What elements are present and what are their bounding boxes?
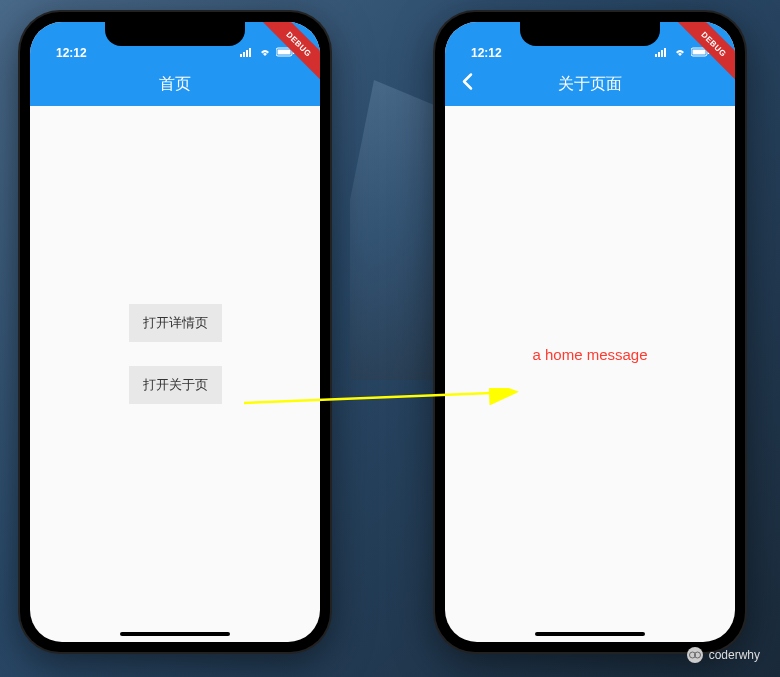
phone-home: DEBUG 12:12 首页 打开详情页 打开关于页 bbox=[20, 12, 330, 652]
page-title: 首页 bbox=[159, 74, 191, 95]
svg-rect-1 bbox=[243, 52, 245, 57]
svg-rect-10 bbox=[664, 48, 666, 57]
home-indicator[interactable] bbox=[535, 632, 645, 636]
status-time: 12:12 bbox=[56, 46, 87, 60]
home-indicator[interactable] bbox=[120, 632, 230, 636]
svg-rect-0 bbox=[240, 54, 242, 57]
wifi-icon bbox=[258, 46, 272, 60]
svg-rect-12 bbox=[693, 50, 706, 55]
signal-icon bbox=[655, 46, 669, 60]
status-time: 12:12 bbox=[471, 46, 502, 60]
notch bbox=[520, 22, 660, 46]
svg-rect-8 bbox=[658, 52, 660, 57]
phone-about: DEBUG 12:12 关于页面 a home message bbox=[435, 12, 745, 652]
notch bbox=[105, 22, 245, 46]
chevron-left-icon bbox=[461, 73, 473, 91]
svg-rect-3 bbox=[249, 48, 251, 57]
open-about-button[interactable]: 打开关于页 bbox=[129, 366, 222, 404]
status-icons bbox=[655, 46, 711, 60]
app-bar-about: 关于页面 bbox=[445, 62, 735, 106]
page-title: 关于页面 bbox=[558, 74, 622, 95]
app-bar-home: 首页 bbox=[30, 62, 320, 106]
home-content: 打开详情页 打开关于页 bbox=[30, 106, 320, 642]
wifi-icon bbox=[673, 46, 687, 60]
screen-home: DEBUG 12:12 首页 打开详情页 打开关于页 bbox=[30, 22, 320, 642]
message-text: a home message bbox=[532, 346, 647, 363]
svg-rect-2 bbox=[246, 50, 248, 57]
back-button[interactable] bbox=[453, 69, 481, 100]
watermark-author: coderwhy bbox=[709, 648, 760, 662]
svg-rect-9 bbox=[661, 50, 663, 57]
open-detail-button[interactable]: 打开详情页 bbox=[129, 304, 222, 342]
watermark: coderwhy bbox=[687, 647, 760, 663]
screen-about: DEBUG 12:12 关于页面 a home message bbox=[445, 22, 735, 642]
signal-icon bbox=[240, 46, 254, 60]
svg-rect-5 bbox=[278, 50, 291, 55]
svg-rect-7 bbox=[655, 54, 657, 57]
wechat-icon bbox=[687, 647, 703, 663]
about-content: a home message bbox=[445, 106, 735, 642]
status-icons bbox=[240, 46, 296, 60]
